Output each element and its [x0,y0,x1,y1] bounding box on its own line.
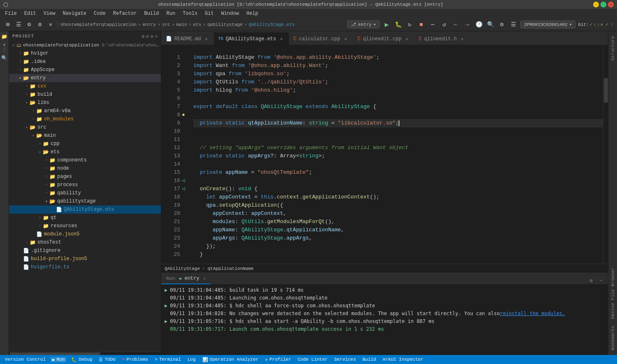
activity-commit[interactable]: ●│ [1,44,8,51]
refresh-button[interactable]: ↻ [405,20,414,29]
close-button[interactable]: ✕ [608,2,614,7]
breadcrumb-property[interactable]: qtApplicationName [207,266,253,271]
qlineedit-tab-close[interactable]: ✕ [404,36,410,42]
sidebar-item-cpp[interactable]: › 📁 cpp [9,140,161,148]
status-run-btn[interactable]: ▶ Run [51,357,66,362]
activity-project[interactable]: 📁 [1,33,8,40]
sidebar-root[interactable]: ▾ 🗂 ohostemplateforqtapplication D:\oh\o… [9,41,161,49]
tab-calculator[interactable]: C calculator.cpp ✕ [289,32,353,45]
toolbar-search[interactable]: 🔍 [486,20,495,29]
tab-readme[interactable]: 📄 README.md ✕ [161,32,214,45]
qlineedith-tab-close[interactable]: ✕ [459,36,465,42]
right-tab-devicefile[interactable]: Device File Browser [609,264,617,322]
menu-tools[interactable]: Tools [179,10,201,17]
breadcrumb-main[interactable]: main [176,22,187,27]
right-tab-bookmarks[interactable]: Bookmarks [609,323,617,353]
sidebar-item-oh-modules[interactable]: › 📁 oh_modules [9,115,161,123]
menu-help[interactable]: Help [243,10,262,17]
sidebar-item-hvigorfile[interactable]: › 📄 hvigorfile.ts [9,263,161,271]
breadcrumb-root[interactable]: ohostemplateforqtapplication [60,22,137,27]
sidebar-item-build[interactable]: › 📁 build [9,90,161,99]
sidebar-item-qabilitystage[interactable]: ▾ 📂 qabilitystage [9,197,161,205]
breadcrumb-file[interactable]: QAbilityStage.ets [248,22,295,27]
breadcrumb-qabilitystage[interactable]: qabilitystage [207,22,243,27]
menu-file[interactable]: File [2,10,20,17]
sidebar-close-icon[interactable]: ✕ [155,34,158,39]
qabilitystage-tab-close[interactable]: ✕ [278,36,284,42]
toolbar-settings2[interactable]: ⚙ [497,20,506,29]
menu-edit[interactable]: Edit [21,10,39,17]
readme-tab-close[interactable]: ✕ [204,36,209,42]
sidebar-item-hvigor[interactable]: › 📁 hvigor [9,49,161,58]
toolbar-back[interactable]: ← [451,20,460,29]
sidebar-item-pages[interactable]: › 📁 pages [9,173,161,181]
menu-run[interactable]: Run [163,10,179,17]
menu-refactor[interactable]: Refactor [110,10,140,17]
bottom-minus-btn[interactable]: – [597,277,605,284]
status-profiler[interactable]: ✈ Profiler [263,357,292,362]
sidebar-item-gitignore[interactable]: › 📄 .gitignore [9,247,161,255]
bottom-tab-run[interactable]: Run: ▶ entry ✕ [161,274,211,284]
status-terminal[interactable]: > Terminal [153,357,182,362]
right-tab-structure[interactable]: Structure [609,33,617,64]
reinstall-modules-link[interactable]: reinstall the modules. [500,310,565,318]
breadcrumb-entry[interactable]: entry [142,22,156,27]
status-problems[interactable]: ● Problems [121,357,150,362]
sidebar-expand-icon[interactable]: ⊞ [142,34,145,39]
status-debug[interactable]: 🐛 Debug [70,357,94,362]
toolbar-refresh2[interactable]: ↺ [440,20,449,29]
toolbar-clock[interactable]: 🕐 [474,20,483,29]
sidebar-item-components[interactable]: › 📁 components [9,156,161,164]
tab-qabilitystage[interactable]: TS QAbilityStage.ets ✕ [214,32,289,45]
more-run-btn[interactable]: ⋯ [428,20,437,29]
status-arkui-inspector[interactable]: ArkUI Inspector [381,357,425,362]
sidebar-item-qt[interactable]: › 📁 qt [9,214,161,222]
sidebar-item-node[interactable]: › 📁 node [9,164,161,173]
status-build[interactable]: Build [361,357,378,362]
editor-minimap[interactable] [603,45,608,264]
toolbar-settings-icon[interactable]: ⚙ [35,20,44,29]
menu-window[interactable]: Window [218,10,242,17]
sidebar-item-qability[interactable]: › 📁 qability [9,189,161,197]
status-services[interactable]: Services [332,357,357,362]
toolbar-project-icon[interactable]: ⊞ [3,20,12,29]
toolbar-gear-icon[interactable]: ⚙ [25,20,34,29]
menu-code[interactable]: Code [90,10,109,17]
sidebar-item-entry[interactable]: ▾ 📂 entry [9,74,161,82]
branch-selector[interactable]: ⎇ entry ▾ [347,21,380,28]
sidebar-item-cxx[interactable]: › 📁 cxx [9,82,161,90]
sidebar-item-idea[interactable]: › 📁 .idea [9,58,161,66]
sidebar-hscrollbar[interactable] [9,352,161,355]
sidebar-collapse-icon[interactable]: ⊟ [146,34,149,39]
minimize-button[interactable]: – [593,2,599,7]
tab-qlineedith[interactable]: C qlineedit.h ✕ [414,32,469,45]
status-version-control[interactable]: Version Control [3,357,47,362]
tab-qlineedit[interactable]: C qlineedit.cpp ✕ [353,32,414,45]
status-log[interactable]: Log [186,357,197,362]
activity-search[interactable]: 🔍 [1,54,8,62]
sidebar-item-main[interactable]: ▾ 📂 main [9,131,161,140]
sidebar-gear-icon[interactable]: ⚙ [151,34,153,39]
code-content[interactable]: import AbilityStage from '@ohos.app.abil… [190,45,603,264]
toolbar-forward[interactable]: → [463,20,472,29]
sidebar-item-resources[interactable]: › 📁 resources [9,222,161,230]
status-operation-analyzer[interactable]: 📊 Operation Analyzer [201,357,260,362]
sidebar-item-libs[interactable]: ▾ 📂 libs [9,99,161,107]
bottom-settings-btn[interactable]: ⚙ [587,277,595,284]
menu-navigate[interactable]: Navigate [59,10,90,17]
sidebar-item-process[interactable]: › 📁 process [9,181,161,189]
sidebar-item-appscope[interactable]: › 📁 AppScope [9,66,161,74]
sidebar-item-arm64[interactable]: › 📁 arm64-v8a [9,107,161,115]
device-selector[interactable]: 2PR6R23C02001402 ▾ [520,21,575,28]
sidebar-item-ohostest[interactable]: › 📁 ohosTest [9,238,161,247]
minimap-thumb[interactable] [604,78,608,103]
breadcrumb-src[interactable]: src [162,22,170,27]
sidebar-item-ets[interactable]: ▾ 📂 ets [9,148,161,156]
maximize-button[interactable]: □ [601,2,606,7]
breadcrumb-class[interactable]: QAbilityStage [165,266,200,271]
status-code-linter[interactable]: Code Linter [296,357,329,362]
toolbar-list-icon[interactable]: ☰ [14,20,23,29]
calculator-tab-close[interactable]: ✕ [343,36,348,42]
run-tab-close[interactable]: ✕ [203,276,205,281]
sidebar-item-module-json5[interactable]: › 📄 module.json5 [9,230,161,238]
